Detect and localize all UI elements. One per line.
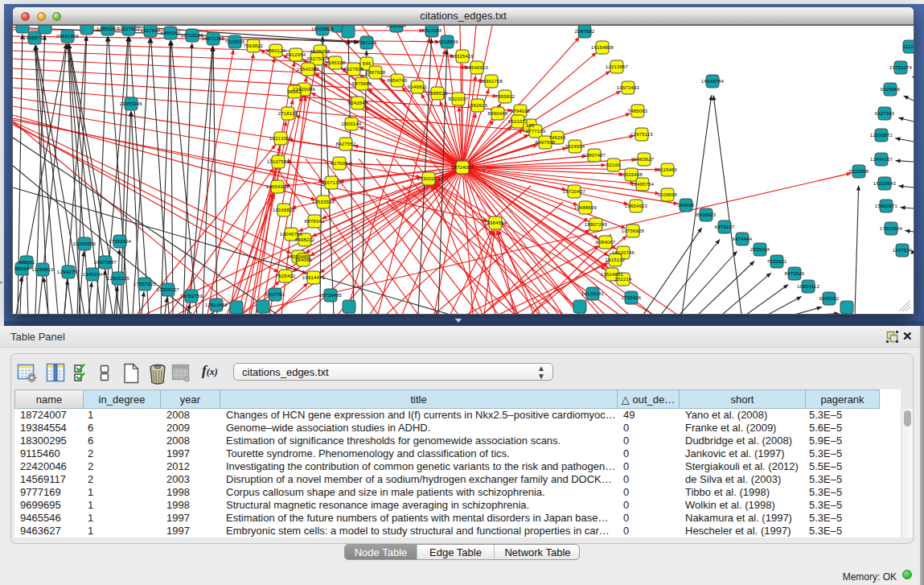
svg-text:4226058: 4226058 (310, 49, 331, 54)
svg-text:20053346: 20053346 (120, 101, 143, 106)
svg-text:12093872: 12093872 (870, 133, 893, 138)
svg-text:8186328: 8186328 (326, 60, 346, 65)
svg-text:17359924: 17359924 (109, 239, 132, 244)
svg-text:1345194: 1345194 (83, 272, 103, 277)
svg-text:10756928: 10756928 (622, 229, 645, 233)
svg-text:1039695: 1039695 (658, 192, 678, 197)
svg-text:8322037: 8322037 (449, 97, 469, 101)
svg-text:6479197: 6479197 (715, 225, 735, 229)
svg-text:10958107: 10958107 (157, 287, 180, 292)
svg-text:15720407: 15720407 (563, 189, 586, 194)
svg-text:2087682: 2087682 (575, 29, 595, 34)
svg-text:9115460: 9115460 (658, 167, 678, 172)
svg-text:1167534: 1167534 (893, 248, 913, 253)
svg-text:19654923: 19654923 (625, 204, 648, 208)
svg-text:18495754: 18495754 (631, 182, 655, 187)
svg-text:345: 345 (526, 123, 535, 128)
svg-text:9860124: 9860124 (266, 48, 286, 53)
svg-text:9329966: 9329966 (881, 87, 901, 92)
svg-text:8471626: 8471626 (785, 271, 805, 276)
svg-text:11527602: 11527602 (117, 27, 140, 31)
svg-text:7632621: 7632621 (767, 259, 787, 264)
svg-text:9474444: 9474444 (733, 237, 753, 241)
svg-text:98961: 98961 (287, 89, 302, 94)
svg-text:14136141: 14136141 (581, 291, 605, 296)
svg-text:1527602: 1527602 (141, 28, 161, 33)
svg-text:14055713: 14055713 (23, 35, 47, 40)
svg-text:154099: 154099 (294, 257, 312, 262)
svg-text:9457791: 9457791 (265, 292, 285, 297)
svg-text:16543382: 16543382 (297, 67, 320, 72)
svg-text:17957225: 17957225 (133, 282, 157, 286)
svg-text:19218506: 19218506 (436, 39, 459, 44)
svg-text:6794028: 6794028 (511, 109, 531, 113)
svg-text:15716485: 15716485 (319, 293, 343, 298)
svg-text:16210643: 16210643 (873, 181, 897, 186)
svg-text:164095: 164095 (677, 203, 695, 208)
svg-text:62160: 62160 (606, 163, 621, 167)
svg-text:8912954: 8912954 (286, 52, 306, 57)
svg-text:2867608: 2867608 (366, 70, 386, 75)
svg-text:2718126: 2718126 (278, 111, 298, 116)
svg-text:3267130: 3267130 (322, 180, 342, 185)
svg-text:10654112: 10654112 (797, 284, 819, 289)
svg-text:10853267: 10853267 (97, 27, 120, 31)
svg-text:1733426: 1733426 (622, 295, 642, 300)
svg-text:10973493: 10973493 (617, 85, 640, 90)
svg-text:8427552: 8427552 (336, 142, 356, 146)
svg-text:817006: 817006 (331, 161, 348, 166)
svg-text:10807487: 10807487 (583, 153, 606, 158)
svg-text:12942757: 12942757 (57, 270, 80, 274)
svg-text:18640910: 18640910 (466, 65, 489, 70)
svg-text:10107553: 10107553 (267, 159, 290, 164)
svg-text:16782759: 16782759 (180, 294, 203, 299)
svg-text:11123: 11123 (903, 44, 914, 49)
svg-text:16648784: 16648784 (701, 79, 725, 84)
svg-text:16914479: 16914479 (302, 275, 326, 280)
svg-text:10688609: 10688609 (574, 205, 598, 210)
svg-text:20206556: 20206556 (73, 241, 97, 246)
svg-text:9327503: 9327503 (307, 56, 327, 61)
svg-text:9084067: 9084067 (596, 240, 616, 245)
svg-text:6466160: 6466160 (161, 31, 181, 35)
svg-text:8990448: 8990448 (488, 111, 508, 116)
svg-text:10046766: 10046766 (280, 232, 303, 237)
svg-text:2803144: 2803144 (342, 122, 362, 126)
svg-text:16154808: 16154808 (591, 45, 614, 50)
svg-text:13533594: 13533594 (312, 200, 335, 204)
svg-text:7485063: 7485063 (628, 109, 648, 113)
svg-text:12213369: 12213369 (269, 136, 293, 141)
svg-text:12213967: 12213967 (606, 64, 629, 69)
svg-text:9327508: 9327508 (344, 67, 364, 72)
svg-text:8511304: 8511304 (387, 26, 407, 28)
svg-text:6497568: 6497568 (536, 140, 556, 145)
svg-text:16033809: 16033809 (311, 27, 335, 31)
svg-text:9242848: 9242848 (348, 101, 368, 105)
svg-text:9146821: 9146821 (408, 84, 428, 89)
svg-text:13325419: 13325419 (451, 54, 474, 59)
svg-text:8938923: 8938923 (696, 212, 717, 217)
svg-text:7955812: 7955812 (495, 94, 515, 99)
svg-text:18807249: 18807249 (585, 222, 608, 227)
svg-text:17016504: 17016504 (880, 226, 903, 231)
svg-text:8813054: 8813054 (422, 28, 442, 33)
svg-text:12505135: 12505135 (107, 276, 130, 281)
svg-text:1562615: 1562615 (468, 103, 488, 108)
svg-text:12444157: 12444157 (870, 157, 893, 162)
svg-text:15751074: 15751074 (889, 65, 913, 70)
svg-text:12923468: 12923468 (205, 303, 228, 307)
svg-text:252214: 252214 (614, 277, 632, 282)
svg-text:19166825: 19166825 (273, 208, 296, 212)
svg-text:9463627: 9463627 (634, 157, 655, 162)
svg-text:20691406: 20691406 (56, 34, 80, 39)
svg-text:546: 546 (363, 61, 372, 66)
svg-text:8454749: 8454749 (388, 78, 408, 83)
svg-text:9777169: 9777169 (526, 129, 546, 134)
svg-text:16671355: 16671355 (202, 36, 225, 41)
svg-text:1588520: 1588520 (428, 91, 448, 96)
svg-text:18724007: 18724007 (451, 165, 474, 170)
svg-text:9245652: 9245652 (819, 296, 840, 301)
svg-text:25300203: 25300203 (417, 176, 441, 181)
svg-text:7357224: 7357224 (357, 40, 377, 45)
svg-text:3624554: 3624554 (565, 144, 585, 149)
